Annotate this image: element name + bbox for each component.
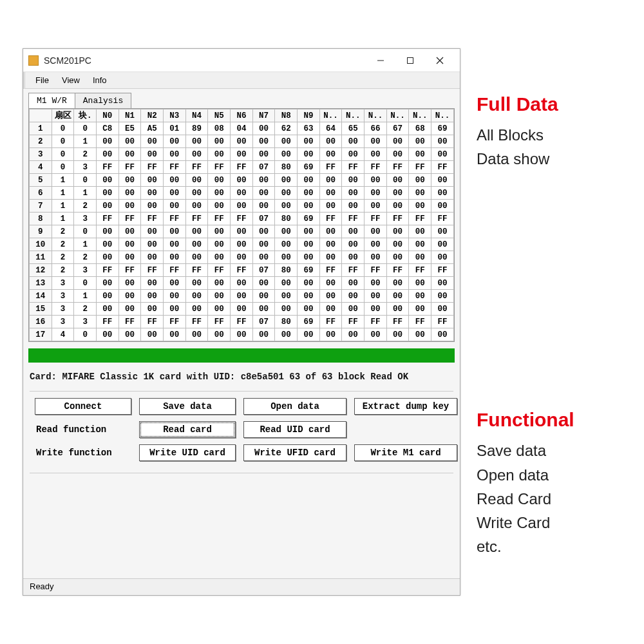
grid-cell[interactable]: 0	[52, 148, 74, 161]
grid-cell[interactable]: 00	[231, 187, 253, 200]
grid-cell[interactable]: 00	[231, 277, 253, 290]
grid-header[interactable]: 块.	[74, 109, 97, 122]
grid-cell[interactable]: FF	[208, 264, 231, 277]
grid-cell[interactable]: 07	[252, 264, 275, 277]
grid-cell[interactable]: 00	[298, 303, 320, 316]
grid-cell[interactable]: 00	[409, 238, 431, 251]
grid-cell[interactable]: 00	[298, 148, 320, 161]
grid-cell[interactable]: 00	[431, 238, 454, 251]
grid-cell[interactable]: 00	[185, 290, 208, 303]
grid-cell[interactable]: 00	[431, 174, 454, 187]
connect-button[interactable]: Connect	[35, 398, 131, 415]
grid-cell[interactable]: 00	[164, 135, 186, 148]
grid-cell[interactable]: FF	[231, 316, 253, 328]
grid-cell[interactable]: 00	[118, 277, 141, 290]
grid-cell[interactable]: 00	[275, 328, 298, 341]
grid-cell[interactable]: FF	[164, 213, 186, 225]
grid-cell[interactable]: FF	[365, 161, 387, 174]
grid-cell[interactable]: 00	[164, 225, 186, 238]
grid-cell[interactable]: 00	[252, 277, 275, 290]
grid-cell[interactable]: A5	[141, 122, 164, 135]
grid-cell[interactable]: 00	[365, 135, 387, 148]
grid-cell[interactable]: 00	[298, 225, 320, 238]
grid-row-header[interactable]: 15	[30, 303, 52, 316]
grid-cell[interactable]: 00	[319, 303, 342, 316]
grid-cell[interactable]: FF	[141, 161, 164, 174]
grid-cell[interactable]: 3	[74, 213, 97, 225]
grid-cell[interactable]: 00	[319, 174, 342, 187]
grid-cell[interactable]: 00	[231, 148, 253, 161]
grid-cell[interactable]: 00	[319, 290, 342, 303]
grid-cell[interactable]: 00	[252, 187, 275, 200]
grid-cell[interactable]: 00	[252, 225, 275, 238]
grid-cell[interactable]: 00	[386, 174, 409, 187]
grid-header[interactable]: N3	[164, 109, 186, 122]
grid-row-header[interactable]: 11	[30, 251, 52, 264]
data-grid[interactable]: 扇区块.N0N1N2N3N4N5N6N7N8N9N..N..N..N..N..N…	[28, 108, 455, 342]
grid-cell[interactable]: 1	[52, 174, 74, 187]
grid-cell[interactable]: 69	[298, 213, 320, 225]
grid-cell[interactable]: 00	[252, 148, 275, 161]
grid-cell[interactable]: 00	[231, 251, 253, 264]
grid-cell[interactable]: FF	[431, 316, 454, 328]
grid-cell[interactable]: 00	[409, 200, 431, 213]
grid-cell[interactable]: 00	[409, 148, 431, 161]
grid-header[interactable]: N6	[231, 109, 253, 122]
grid-cell[interactable]: 07	[252, 316, 275, 328]
grid-cell[interactable]: 67	[386, 122, 409, 135]
grid-cell[interactable]: FF	[365, 316, 387, 328]
grid-cell[interactable]: 00	[365, 225, 387, 238]
grid-cell[interactable]: 00	[386, 200, 409, 213]
grid-cell[interactable]: 00	[409, 174, 431, 187]
grid-row-header[interactable]: 12	[30, 264, 52, 277]
grid-cell[interactable]: 00	[275, 225, 298, 238]
grid-cell[interactable]: 00	[208, 238, 231, 251]
grid-cell[interactable]: 69	[298, 316, 320, 328]
grid-cell[interactable]: 3	[52, 277, 74, 290]
grid-row-header[interactable]: 1	[30, 122, 52, 135]
grid-cell[interactable]: 00	[386, 303, 409, 316]
grid-header[interactable]: N..	[386, 109, 409, 122]
grid-cell[interactable]: 0	[74, 328, 97, 341]
save-data-button[interactable]: Save data	[139, 398, 236, 415]
grid-cell[interactable]: 00	[164, 303, 186, 316]
grid-cell[interactable]: 00	[252, 290, 275, 303]
grid-cell[interactable]: 3	[74, 264, 97, 277]
open-data-button[interactable]: Open data	[243, 398, 346, 415]
grid-cell[interactable]: 00	[252, 303, 275, 316]
grid-cell[interactable]: 00	[431, 251, 454, 264]
grid-cell[interactable]: 00	[141, 200, 164, 213]
grid-cell[interactable]: 2	[74, 303, 97, 316]
grid-cell[interactable]: 00	[386, 225, 409, 238]
grid-cell[interactable]: 00	[386, 251, 409, 264]
grid-cell[interactable]: 00	[342, 277, 365, 290]
grid-cell[interactable]: 2	[74, 148, 97, 161]
grid-cell[interactable]: 00	[342, 135, 365, 148]
grid-cell[interactable]: 00	[141, 187, 164, 200]
grid-cell[interactable]: 2	[52, 238, 74, 251]
grid-cell[interactable]: 00	[431, 200, 454, 213]
menu-file[interactable]: File	[29, 73, 55, 87]
grid-cell[interactable]: FF	[185, 264, 208, 277]
grid-cell[interactable]: 00	[118, 135, 141, 148]
grid-cell[interactable]: 00	[231, 225, 253, 238]
grid-cell[interactable]: FF	[208, 316, 231, 328]
grid-cell[interactable]: 00	[231, 303, 253, 316]
grid-cell[interactable]: 00	[409, 225, 431, 238]
grid-cell[interactable]: 1	[74, 290, 97, 303]
tab-analysis[interactable]: Analysis	[75, 93, 131, 108]
grid-cell[interactable]: 89	[185, 122, 208, 135]
grid-cell[interactable]: 00	[164, 328, 186, 341]
write-uid-card-button[interactable]: Write UID card	[139, 444, 236, 461]
grid-cell[interactable]: 00	[118, 251, 141, 264]
grid-cell[interactable]: 00	[409, 303, 431, 316]
grid-cell[interactable]: 00	[409, 290, 431, 303]
grid-cell[interactable]: 00	[208, 174, 231, 187]
grid-cell[interactable]: FF	[342, 161, 365, 174]
grid-cell[interactable]: FF	[141, 213, 164, 225]
grid-row-header[interactable]: 14	[30, 290, 52, 303]
grid-cell[interactable]: 00	[231, 135, 253, 148]
grid-cell[interactable]: 00	[298, 187, 320, 200]
grid-cell[interactable]: 00	[319, 251, 342, 264]
grid-cell[interactable]: 00	[319, 187, 342, 200]
